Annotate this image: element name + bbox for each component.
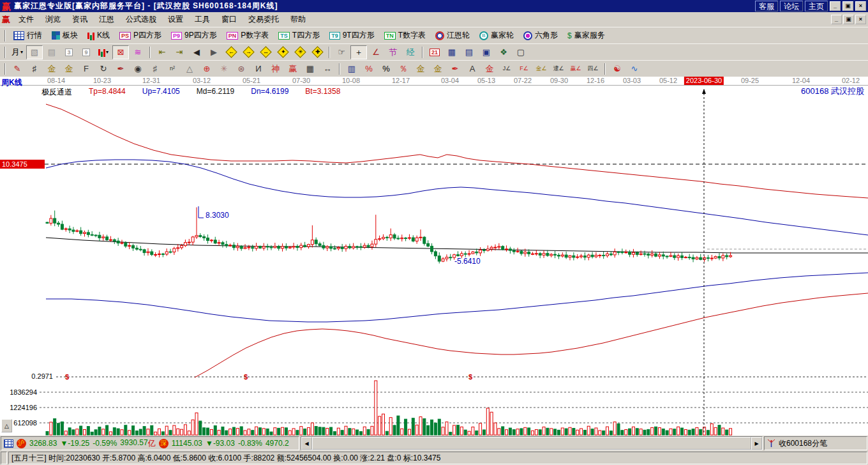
menu-item-9[interactable]: 帮助 [285, 13, 311, 26]
ink-brush-tool[interactable]: ✒ [447, 62, 463, 76]
mdi-restore-button[interactable]: ▣ [843, 15, 854, 24]
hexagon-button[interactable]: 六角形 [519, 29, 562, 43]
shift-left-button[interactable]: ← [223, 45, 239, 59]
percent-retrace-tool[interactable]: % [361, 62, 377, 76]
nine-split-button[interactable]: 9 [78, 45, 94, 59]
expand-horizontal-button[interactable]: ↔ [257, 45, 274, 59]
gold-grid-tool[interactable]: 金 [43, 62, 60, 76]
menu-item-1[interactable]: 浏览 [40, 13, 66, 26]
a-angle-tool[interactable]: A [464, 62, 481, 76]
gann-target-tool[interactable]: ⊕ [198, 62, 215, 76]
width-measure-tool[interactable]: ↔ [319, 62, 336, 76]
grid-tool[interactable]: ♯ [26, 62, 43, 76]
compass-wheel-tool[interactable]: ◉ [130, 62, 146, 76]
shenzhen-exchange-icon[interactable]: 深 [159, 439, 168, 448]
si-angle-tool[interactable]: 四∠ [585, 62, 601, 76]
gold-angle-tool[interactable]: 金 [481, 62, 498, 76]
remote-assist-button[interactable]: ▢ [513, 45, 529, 59]
prev-page-button[interactable]: ◀ [188, 45, 205, 59]
horizontal-scrollbar[interactable]: ◀ ▶ [301, 436, 763, 450]
gold-line-angle-tool[interactable]: 金∠ [533, 62, 550, 76]
child-window-icon[interactable]: 赢 [2, 14, 10, 26]
winner-service-button[interactable]: $赢家服务 [563, 29, 610, 43]
next-page-button[interactable]: ▶ [206, 45, 222, 59]
period-dropdown[interactable]: 月▾ [9, 45, 26, 59]
forum-button[interactable]: 论坛 [780, 1, 803, 11]
web-grid-tool[interactable]: ⊛ [233, 62, 250, 76]
favorite-mark-button[interactable]: ⊠ [112, 45, 129, 59]
export-image-button[interactable]: ❖ [495, 45, 512, 59]
restore-button[interactable]: ▣ [842, 1, 853, 11]
candle-style-dropdown[interactable]: ▾ [95, 45, 112, 59]
gold-level-tool[interactable]: 金 [430, 62, 446, 76]
close-button[interactable]: × [855, 1, 866, 11]
chart-canvas[interactable]: 0.297118362941224196612098$$$ [0, 77, 868, 436]
t-square-button[interactable]: TST四方形 [274, 29, 324, 43]
calculator-button[interactable]: ▦ [444, 45, 460, 59]
scrollbar-thumb[interactable] [312, 437, 751, 450]
angle-measure-tool[interactable]: ∠ [368, 45, 384, 59]
n-squared-tool[interactable]: n² [164, 62, 181, 76]
homepage-button[interactable]: 主页 [805, 1, 828, 11]
j-angle-tool[interactable]: J∠ [498, 62, 515, 76]
menu-item-8[interactable]: 交易委托 [243, 13, 285, 26]
last-page-button[interactable]: ⇥ [171, 45, 188, 59]
color-chart-button[interactable]: ≋ [130, 45, 146, 59]
meridian-line-tool[interactable]: 经 [402, 45, 419, 59]
gann-wheel-button[interactable]: 江恩轮 [431, 29, 474, 43]
pen-tool[interactable]: ✎ [9, 62, 26, 76]
scroll-right-button[interactable]: ▶ [751, 437, 762, 450]
fence-grid-tool[interactable]: ♯ [147, 62, 163, 76]
set-square-tool[interactable]: △ [181, 62, 198, 76]
volume-profile-tool[interactable]: ▥ [343, 62, 360, 76]
overlay-chart-button[interactable]: ▧ [26, 45, 43, 59]
menu-item-5[interactable]: 设置 [162, 13, 189, 26]
wave-button[interactable]: ∿ [626, 62, 643, 76]
quote-grid-icon[interactable] [4, 439, 13, 448]
gold-grid2-tool[interactable]: 金 [61, 62, 77, 76]
scroll-left-button[interactable]: ◀ [301, 437, 312, 450]
menu-item-7[interactable]: 窗口 [216, 13, 243, 26]
festival-line-tool[interactable]: 节 [385, 45, 401, 59]
f-grid-tool[interactable]: F [78, 62, 94, 76]
kline-button[interactable]: K线 [83, 29, 114, 43]
menu-item-0[interactable]: 文件 [13, 13, 40, 26]
notepad-button[interactable]: ▤ [461, 45, 477, 59]
ying-angle-tool[interactable]: 赢∠ [567, 62, 584, 76]
menu-item-3[interactable]: 江恩 [93, 13, 120, 26]
compress-all-button[interactable]: ✳ [292, 45, 308, 59]
first-page-button[interactable]: ⇤ [154, 45, 170, 59]
sectors-button[interactable]: 板块 [47, 29, 82, 43]
pane-splitter-button[interactable]: △ [1, 419, 12, 432]
yinyang-button[interactable]: ☯ [609, 62, 625, 76]
matrix-grid-tool[interactable]: ▦ [302, 62, 318, 76]
mdi-minimize-button[interactable]: _ [831, 15, 842, 24]
wave-count-tool[interactable]: И [250, 62, 267, 76]
reset-view-button[interactable]: ✚ [309, 45, 326, 59]
star-grid-tool[interactable]: ✳ [216, 62, 232, 76]
shanghai-exchange-icon[interactable]: 沪 [17, 439, 26, 448]
market-quotes-button[interactable]: 行情 [9, 29, 47, 43]
crosshair-tool[interactable]: ＋ [350, 45, 367, 59]
winner-wheel-button[interactable]: B赢家轮 [475, 29, 518, 43]
dai-angle-tool[interactable]: 逮∠ [550, 62, 567, 76]
customer-service-button[interactable]: 客服 [755, 1, 778, 11]
p-number-table-button[interactable]: PNP数字表 [222, 29, 274, 43]
percent-level-tool[interactable]: ％ [395, 62, 412, 76]
save-button[interactable]: ▣ [478, 45, 495, 59]
info-panel-button[interactable]: ▤ [43, 45, 60, 59]
percent-tool[interactable]: % [378, 62, 394, 76]
menu-item-2[interactable]: 资讯 [66, 13, 93, 26]
menu-item-6[interactable]: 工具 [189, 13, 216, 26]
nine-t-square-button[interactable]: T99T四方形 [325, 29, 379, 43]
p-square-button[interactable]: PSP四方形 [115, 29, 166, 43]
expand-all-button[interactable]: ✦ [274, 45, 291, 59]
gold-circle-tool[interactable]: 金 [412, 62, 429, 76]
brush-grid-tool[interactable]: ✒ [112, 62, 129, 76]
mdi-close-button[interactable]: × [855, 15, 866, 24]
ying-grid-tool[interactable]: 赢 [285, 62, 301, 76]
calendar-button[interactable]: 21 [426, 45, 443, 59]
t-number-table-button[interactable]: TNT数字表 [380, 29, 430, 43]
menu-item-4[interactable]: 公式选股 [120, 13, 162, 26]
nine-p-square-button[interactable]: P99P四方形 [167, 29, 221, 43]
